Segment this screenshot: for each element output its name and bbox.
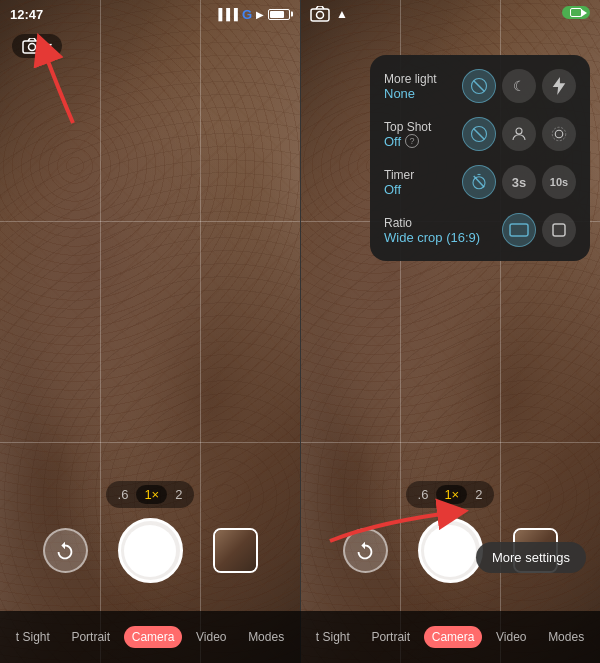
zoom-right-point6[interactable]: .6 xyxy=(418,487,429,502)
tab-video[interactable]: Video xyxy=(188,626,234,648)
ratio-row: Ratio Wide crop (16:9) xyxy=(384,213,576,247)
mode-tabs: t Sight Portrait Camera Video Modes xyxy=(0,611,300,663)
camera-icon xyxy=(22,38,42,54)
no-flash-button[interactable] xyxy=(462,69,496,103)
night-mode-icon: ☾ xyxy=(513,78,526,94)
timer-label: Timer xyxy=(384,168,462,182)
ratio-wide-icon xyxy=(509,223,529,237)
top-shot-value-row: Off ? xyxy=(384,134,462,149)
timer-row: Timer Off 3s 10s xyxy=(384,165,576,199)
svg-line-8 xyxy=(474,129,485,140)
ratio-labels: Ratio Wide crop (16:9) xyxy=(384,216,502,245)
svg-point-1 xyxy=(29,44,36,51)
shutter-inner-right xyxy=(424,525,476,577)
status-bar: 12:47 ▐▐▐ G ▶ xyxy=(0,0,300,28)
shutter-row xyxy=(43,518,258,583)
battery-fill xyxy=(270,11,284,18)
right-panel: ▲ More light None ☾ xyxy=(300,0,600,663)
more-settings-button[interactable]: More settings xyxy=(476,542,586,573)
svg-point-9 xyxy=(516,128,522,134)
more-light-options: ☾ xyxy=(462,69,576,103)
ratio-square-icon xyxy=(552,223,566,237)
recording-indicator: ▶ xyxy=(256,9,264,20)
timer10-icon: 10s xyxy=(550,176,568,188)
tab-sight-right[interactable]: t Sight xyxy=(308,626,358,648)
tab-portrait-right[interactable]: Portrait xyxy=(363,626,418,648)
settings-panel: More light None ☾ xyxy=(370,55,590,261)
rotate-button[interactable] xyxy=(43,528,88,573)
ratio-square-button[interactable] xyxy=(542,213,576,247)
svg-point-4 xyxy=(317,12,324,19)
shutter-inner xyxy=(124,525,176,577)
top-shot-options xyxy=(462,117,576,151)
tab-sight[interactable]: t Sight xyxy=(8,626,58,648)
more-light-labels: More light None xyxy=(384,72,462,101)
tab-modes[interactable]: Modes xyxy=(240,626,292,648)
no-timer-icon xyxy=(470,173,488,191)
camera-top-controls: ▾ xyxy=(0,28,300,64)
camera-mode-button[interactable]: ▾ xyxy=(12,34,62,58)
shutter-button[interactable] xyxy=(118,518,183,583)
tab-video-right[interactable]: Video xyxy=(488,626,534,648)
chevron-down-icon: ▾ xyxy=(46,39,52,53)
portrait-icon xyxy=(510,125,528,143)
timer3-icon: 3s xyxy=(512,175,526,190)
gallery-thumbnail[interactable] xyxy=(213,528,258,573)
no-topshot-icon xyxy=(470,125,488,143)
tab-portrait[interactable]: Portrait xyxy=(63,626,118,648)
svg-rect-16 xyxy=(553,224,565,236)
tab-camera[interactable]: Camera xyxy=(124,626,183,648)
timer-labels: Timer Off xyxy=(384,168,462,197)
zoom-right-2x[interactable]: 2 xyxy=(475,487,482,502)
left-panel: 12:47 ▐▐▐ G ▶ ▾ xyxy=(0,0,300,663)
camera-icon-right xyxy=(310,6,330,22)
google-indicator: G xyxy=(242,7,252,22)
top-shot-labels: Top Shot Off ? xyxy=(384,120,462,149)
rotate-button-right[interactable] xyxy=(343,528,388,573)
tab-modes-right[interactable]: Modes xyxy=(540,626,592,648)
rotate-icon-right xyxy=(354,540,376,562)
zoom-1x[interactable]: 1× xyxy=(136,485,167,504)
more-light-row: More light None ☾ xyxy=(384,69,576,103)
flash-button[interactable] xyxy=(542,69,576,103)
night-mode-button[interactable]: ☾ xyxy=(502,69,536,103)
zoom-right-1x[interactable]: 1× xyxy=(436,485,467,504)
timer3-button[interactable]: 3s xyxy=(502,165,536,199)
battery-saver-indicator xyxy=(562,6,590,19)
no-timer-button[interactable] xyxy=(462,165,496,199)
help-icon[interactable]: ? xyxy=(405,134,419,148)
no-topshot-button[interactable] xyxy=(462,117,496,151)
svg-rect-15 xyxy=(510,224,528,236)
burst-button[interactable] xyxy=(542,117,576,151)
svg-point-11 xyxy=(552,127,566,141)
zoom-point6[interactable]: .6 xyxy=(118,487,129,502)
top-shot-row: Top Shot Off ? xyxy=(384,117,576,151)
signal-strength: ▐▐▐ xyxy=(214,8,237,20)
svg-line-6 xyxy=(474,81,485,92)
timer-options: 3s 10s xyxy=(462,165,576,199)
status-icons: ▐▐▐ G ▶ xyxy=(214,7,290,22)
status-time: 12:47 xyxy=(10,7,43,22)
zoom-controls-right: .6 1× 2 xyxy=(406,481,495,508)
burst-icon xyxy=(550,125,568,143)
more-settings-label: More settings xyxy=(492,550,570,565)
chevron-up-icon: ▲ xyxy=(336,7,348,21)
shutter-button-right[interactable] xyxy=(418,518,483,583)
flash-icon xyxy=(552,77,566,95)
ratio-wide-button[interactable] xyxy=(502,213,536,247)
mode-tabs-right: t Sight Portrait Camera Video Modes xyxy=(300,611,600,663)
timer10-button[interactable]: 10s xyxy=(542,165,576,199)
ratio-value: Wide crop (16:9) xyxy=(384,230,502,245)
zoom-controls: .6 1× 2 xyxy=(106,481,195,508)
status-bar-right: ▲ xyxy=(300,0,600,28)
more-light-label: More light xyxy=(384,72,462,86)
top-shot-value: Off xyxy=(384,134,401,149)
no-flash-icon xyxy=(470,77,488,95)
zoom-2x[interactable]: 2 xyxy=(175,487,182,502)
top-shot-label: Top Shot xyxy=(384,120,462,134)
portrait-topshot-button[interactable] xyxy=(502,117,536,151)
rotate-icon xyxy=(54,540,76,562)
bottom-controls: .6 1× 2 xyxy=(0,481,300,583)
more-light-value: None xyxy=(384,86,462,101)
tab-camera-right[interactable]: Camera xyxy=(424,626,483,648)
